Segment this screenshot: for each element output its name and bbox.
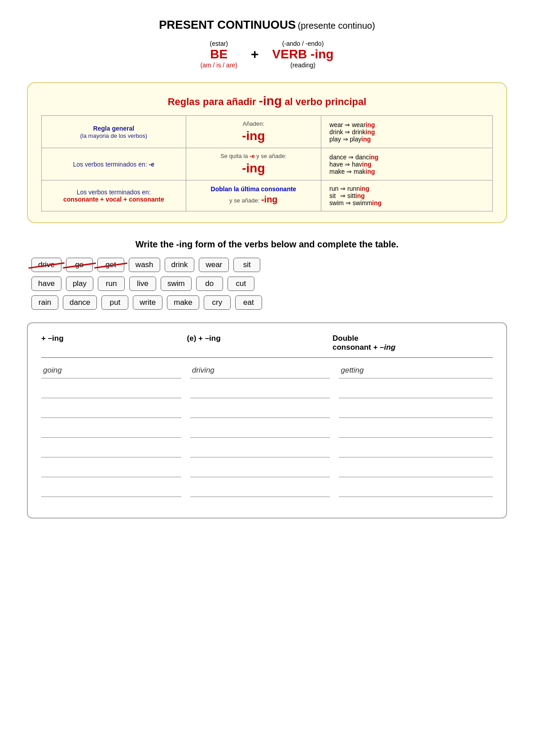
cell-5-3[interactable]: [339, 445, 493, 457]
verb-wear: wear: [199, 258, 229, 272]
formula-left: (estar) BE (am / is / are): [201, 40, 237, 69]
verb-cut: cut: [228, 277, 254, 291]
rules-title-post: al verbo principal: [285, 96, 366, 107]
cell-3-2[interactable]: [190, 405, 330, 418]
verbs-row-1: drive go get wash drink wear sit: [31, 258, 260, 272]
rules-title: Reglas para añadir -ing al verbo princip…: [41, 94, 493, 108]
rule1-col1: Regla general (la mayoria de los verbos): [42, 116, 186, 148]
rule2-col1: Los verbos terminados en: -e: [42, 148, 186, 180]
verbs-row-2: have play run live swim do cut: [31, 277, 254, 291]
cell-4-1[interactable]: [41, 425, 181, 438]
cell-2-3[interactable]: [339, 386, 493, 398]
exercise-title: Write the -ing form of the verbs below a…: [27, 239, 507, 250]
cell-7-3[interactable]: [339, 484, 493, 497]
formula: (estar) BE (am / is / are) + (-ando / -e…: [27, 40, 507, 69]
cell-6-1[interactable]: [41, 465, 181, 477]
cell-1-1[interactable]: going: [41, 366, 181, 378]
verb-get: get: [97, 258, 124, 272]
rules-table: Regla general (la mayoria de los verbos)…: [41, 115, 493, 211]
table-row: [41, 445, 493, 457]
table-rows: going driving getting: [41, 366, 493, 504]
col3-header: Doubleconsonant + –ing: [333, 334, 493, 354]
verb-drink: drink: [165, 258, 195, 272]
verb-dance: dance: [63, 295, 97, 310]
rule1-col3: wear ⇒ wearing drink ⇒ drinking play ⇒ p…: [321, 116, 493, 148]
verb-cry: cry: [204, 295, 231, 310]
table-divider: [41, 357, 493, 358]
verb-play: play: [66, 277, 93, 291]
table-row: [41, 425, 493, 438]
table-row: [41, 484, 493, 497]
rules-box: Reglas para añadir -ing al verbo princip…: [27, 82, 507, 223]
table-row: [41, 465, 493, 477]
title-text: PRESENT CONTINUOUS: [159, 18, 296, 31]
rule3-col3: run ⇒ running sit ⇒ sitting swim ⇒ swimm…: [321, 180, 493, 211]
table-row: Los verbos terminados en: consonante + v…: [42, 180, 493, 211]
verb-live: live: [129, 277, 156, 291]
rule3-col1: Los verbos terminados en: consonante + v…: [42, 180, 186, 211]
table-row: going driving getting: [41, 366, 493, 378]
col2-header: (e) + –ing: [187, 334, 333, 354]
verb-have: have: [31, 277, 61, 291]
verb-wash: wash: [129, 258, 160, 272]
cell-3-3[interactable]: [339, 405, 493, 418]
cell-1-2[interactable]: driving: [190, 366, 330, 378]
verb-sit: sit: [233, 258, 260, 272]
cell-4-2[interactable]: [190, 425, 330, 438]
verb-swim: swim: [161, 277, 192, 291]
verb-put: put: [101, 295, 128, 310]
verb-go: go: [66, 258, 93, 272]
rule2-col3: dance ⇒ dancing have ⇒ having make ⇒ mak…: [321, 148, 493, 180]
subtitle-text: (presente continuo): [298, 21, 375, 31]
verb-run: run: [98, 277, 125, 291]
verbs-grid: drive go get wash drink wear sit have pl…: [27, 258, 507, 310]
cell-2-2[interactable]: [190, 386, 330, 398]
cell-7-2[interactable]: [190, 484, 330, 497]
verb-eat: eat: [235, 295, 262, 310]
verb-make: make: [167, 295, 199, 310]
table-row: [41, 405, 493, 418]
verb-drive: drive: [31, 258, 61, 272]
verb-do: do: [196, 277, 223, 291]
cell-1-3[interactable]: getting: [339, 366, 493, 378]
rule3-col2: Doblan la última consonante y se añade: …: [186, 180, 321, 211]
cell-6-3[interactable]: [339, 465, 493, 477]
plus-sign: +: [251, 47, 259, 62]
cell-5-2[interactable]: [190, 445, 330, 457]
verb-rain: rain: [31, 295, 58, 310]
verbs-row-3: rain dance put write make cry eat: [31, 295, 262, 310]
cell-2-1[interactable]: [41, 386, 181, 398]
formula-right: (-ando / -endo) VERB -ing (reading): [272, 40, 334, 69]
rules-title-pre: Reglas para añadir: [168, 96, 256, 107]
cell-4-3[interactable]: [339, 425, 493, 438]
table-row: Los verbos terminados en: -e Se quita la…: [42, 148, 493, 180]
rule2-col2: Se quita la -e y se añade: -ing: [186, 148, 321, 180]
cell-3-1[interactable]: [41, 405, 181, 418]
cell-5-1[interactable]: [41, 445, 181, 457]
header: PRESENT CONTINUOUS (presente continuo) (…: [27, 18, 507, 69]
cell-6-2[interactable]: [190, 465, 330, 477]
col1-header: + –ing: [41, 334, 187, 354]
table-header-row: + –ing (e) + –ing Doubleconsonant + –ing: [41, 334, 493, 354]
cell-7-1[interactable]: [41, 484, 181, 497]
table-row: [41, 386, 493, 398]
rule1-col2: Añaden: -ing: [186, 116, 321, 148]
rules-title-ing: -ing: [259, 94, 282, 108]
answer-table-section: + –ing (e) + –ing Doubleconsonant + –ing…: [27, 322, 507, 519]
page-title: PRESENT CONTINUOUS (presente continuo): [27, 18, 507, 32]
verb-write: write: [133, 295, 162, 310]
table-row: Regla general (la mayoria de los verbos)…: [42, 116, 493, 148]
